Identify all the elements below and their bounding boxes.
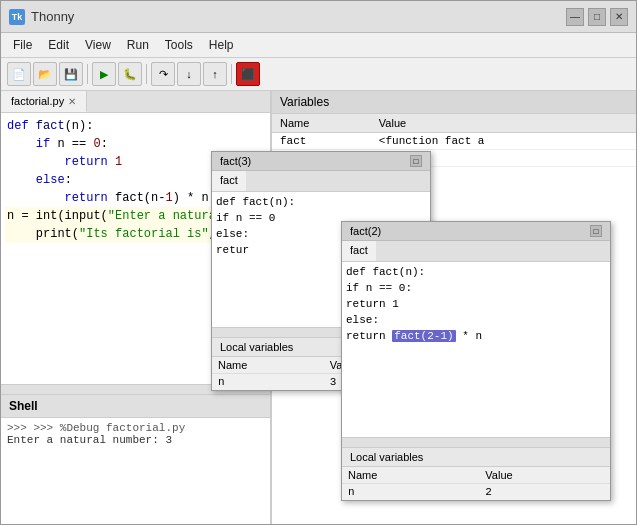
call-window-fact3-close[interactable]: □: [410, 155, 422, 167]
menu-bar: File Edit View Run Tools Help: [1, 33, 636, 58]
cw2-col-name: Name: [342, 467, 479, 484]
variables-tab[interactable]: Variables: [272, 91, 636, 114]
variables-cell-fact-name: fact: [272, 133, 371, 150]
menu-edit[interactable]: Edit: [40, 35, 77, 55]
shell-header: Shell: [1, 395, 270, 418]
open-button[interactable]: 📂: [33, 62, 57, 86]
variables-col-value: Value: [371, 114, 636, 133]
stop-button[interactable]: ⬛: [236, 62, 260, 86]
title-controls: — □ ✕: [566, 8, 628, 26]
close-button[interactable]: ✕: [610, 8, 628, 26]
variables-col-name: Name: [272, 114, 371, 133]
main-area: factorial.py ✕ def fact(n): if n == 0: r…: [1, 91, 636, 524]
call-window-fact3-tabs: fact: [212, 171, 430, 192]
maximize-button[interactable]: □: [588, 8, 606, 26]
editor-tab-factorial[interactable]: factorial.py ✕: [1, 91, 87, 112]
variables-row-fact: fact <function fact a: [272, 133, 636, 150]
toolbar-separator-2: [146, 64, 147, 84]
call-window-fact3-title-label: fact(3): [220, 155, 251, 167]
window-title: Thonny: [31, 9, 74, 24]
call-window-fact2-title: fact(2) □: [342, 222, 610, 241]
call-window-fact2-tab-fact[interactable]: fact: [342, 241, 376, 261]
step-into-button[interactable]: ↓: [177, 62, 201, 86]
menu-tools[interactable]: Tools: [157, 35, 201, 55]
cw2-h-scrollbar[interactable]: [342, 437, 610, 447]
save-button[interactable]: 💾: [59, 62, 83, 86]
toolbar-separator-3: [231, 64, 232, 84]
cw2-line-4: else:: [346, 313, 606, 329]
editor-tab-label: factorial.py: [11, 95, 64, 107]
run-button[interactable]: ▶: [92, 62, 116, 86]
call-window-fact2: fact(2) □ fact def fact(n): if n == 0: r…: [341, 221, 611, 501]
menu-file[interactable]: File: [5, 35, 40, 55]
debug-button[interactable]: 🐛: [118, 62, 142, 86]
cw2-line-1: def fact(n):: [346, 265, 606, 281]
cw2-row-n: n 2: [342, 484, 610, 501]
call-window-fact2-close[interactable]: □: [590, 225, 602, 237]
call-window-fact3-title: fact(3) □: [212, 152, 430, 171]
cw2-line-5: return fact(2-1) * n: [346, 329, 606, 345]
cw1-col-name: Name: [212, 357, 324, 374]
call-window-fact2-code: def fact(n): if n == 0: return 1 else: r…: [342, 262, 610, 437]
title-bar: Tk Thonny — □ ✕: [1, 1, 636, 33]
menu-help[interactable]: Help: [201, 35, 242, 55]
shell-prompt: >>> >>> %Debug factorial.py: [7, 422, 264, 434]
cw2-cell-n-name: n: [342, 484, 479, 501]
title-bar-left: Tk Thonny: [9, 9, 74, 25]
right-panel: Variables Name Value fact <funct: [271, 91, 636, 524]
step-over-button[interactable]: ↷: [151, 62, 175, 86]
editor-tab-close[interactable]: ✕: [68, 96, 76, 107]
shell-command: >>> %Debug factorial.py: [33, 422, 185, 434]
shell-content[interactable]: >>> >>> %Debug factorial.py Enter a natu…: [1, 418, 270, 524]
minimize-button[interactable]: —: [566, 8, 584, 26]
shell-area: Shell >>> >>> %Debug factorial.py Enter …: [1, 394, 270, 524]
shell-output: Enter a natural number: 3: [7, 434, 264, 446]
code-line-1: def fact(n):: [5, 117, 266, 135]
cw2-col-value: Value: [479, 467, 610, 484]
cw2-line-3: return 1: [346, 297, 606, 313]
step-out-button[interactable]: ↑: [203, 62, 227, 86]
menu-run[interactable]: Run: [119, 35, 157, 55]
toolbar: 📄 📂 💾 ▶ 🐛 ↷ ↓ ↑ ⬛: [1, 58, 636, 91]
call-window-fact2-vars-header: Local variables: [342, 447, 610, 467]
call-window-fact3-tab-fact[interactable]: fact: [212, 171, 246, 191]
menu-view[interactable]: View: [77, 35, 119, 55]
toolbar-separator-1: [87, 64, 88, 84]
call-window-fact2-title-label: fact(2): [350, 225, 381, 237]
call-window-fact2-vars-table: Name Value n 2: [342, 467, 610, 500]
new-button[interactable]: 📄: [7, 62, 31, 86]
cw2-line-2: if n == 0:: [346, 281, 606, 297]
app-icon: Tk: [9, 9, 25, 25]
cw1-line-1: def fact(n):: [216, 195, 426, 211]
cw1-cell-n-name: n: [212, 374, 324, 391]
editor-tab-bar: factorial.py ✕: [1, 91, 270, 113]
cw2-cell-n-value: 2: [479, 484, 610, 501]
variables-cell-fact-value: <function fact a: [371, 133, 636, 150]
call-window-fact2-tabs: fact: [342, 241, 610, 262]
main-window: Tk Thonny — □ ✕ File Edit View Run Tools…: [0, 0, 637, 525]
